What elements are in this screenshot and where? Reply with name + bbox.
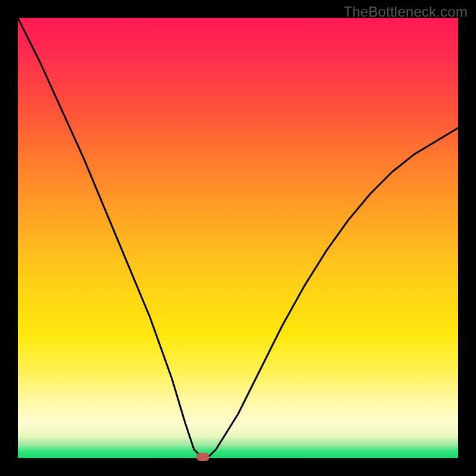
optimal-marker <box>196 453 209 461</box>
curve-svg <box>18 18 458 458</box>
chart-frame: TheBottleneck.com <box>0 0 476 476</box>
bottleneck-curve-path <box>18 18 458 458</box>
plot-area <box>18 18 458 458</box>
